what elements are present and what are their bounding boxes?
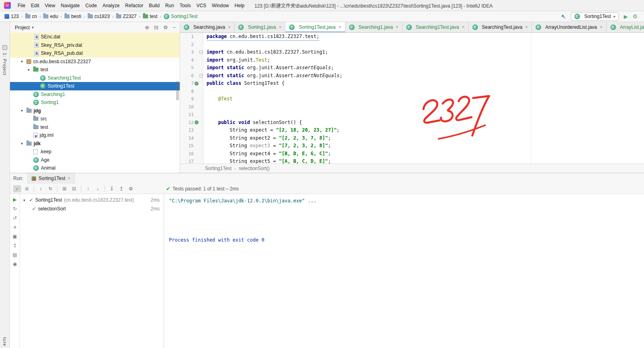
- menu-file[interactable]: File: [15, 1, 28, 10]
- show-passed-icon[interactable]: ✓: [13, 185, 21, 192]
- tree-item-jdg.iml[interactable]: jdg.iml: [10, 131, 180, 140]
- tree-item-jdk[interactable]: ▾jdk: [10, 140, 180, 148]
- tool-window-button-structure[interactable]: ture: [0, 337, 10, 346]
- test-tree-item-Sorting1Test[interactable]: ▾✓Sorting1Test(cn.edu.besti.cs1823.Z2327…: [20, 196, 164, 204]
- project-tree-scrollbar[interactable]: [176, 81, 179, 100]
- previous-failed-test-icon[interactable]: ↑: [84, 185, 92, 192]
- expand-all-icon[interactable]: ⊞: [60, 185, 68, 192]
- export-icon[interactable]: ↥: [13, 243, 17, 248]
- show-ignored-icon[interactable]: ⊘: [23, 185, 31, 192]
- locate-file-icon[interactable]: ⊕: [145, 24, 149, 30]
- breadcrumb-item-cn[interactable]: cn: [24, 13, 38, 20]
- editor-breadcrumb-item[interactable]: Sorting1Test: [205, 166, 232, 171]
- sort-alphabetically-icon[interactable]: ↕: [37, 185, 45, 192]
- tab-Searching.java[interactable]: CSearching.java×: [180, 22, 235, 32]
- test-history-icon[interactable]: ↻: [46, 185, 54, 192]
- restore-layout-icon[interactable]: ▤: [12, 252, 17, 257]
- close-tab-icon[interactable]: ×: [396, 24, 399, 30]
- gear-icon[interactable]: ⚙: [632, 13, 638, 20]
- menu-analyze[interactable]: Analyze: [100, 1, 122, 10]
- fold-collapse-icon[interactable]: −: [199, 74, 203, 78]
- close-icon[interactable]: ×: [68, 176, 70, 181]
- tree-item-test[interactable]: test: [10, 123, 180, 132]
- tree-item-Searching1Test[interactable]: CSearching1Test: [10, 74, 180, 82]
- tab-Sorting1.java[interactable]: CSorting1.java×: [235, 22, 285, 32]
- tree-item-Searching1[interactable]: CSearching1: [10, 90, 180, 99]
- menu-tools[interactable]: Tools: [177, 1, 194, 10]
- close-tab-icon[interactable]: ×: [462, 24, 465, 30]
- code-editor[interactable]: 1package cn.edu.besti.cs1823.Z2327.test;…: [180, 33, 644, 164]
- test-tree-item-selectionSort[interactable]: ✓selectionSort2ms: [20, 204, 164, 213]
- tool-window-button-project[interactable]: 1: Project: [0, 45, 10, 75]
- tree-item-Animal[interactable]: CAnimal: [10, 164, 180, 172]
- tab-Searching1.java[interactable]: CSearching1.java×: [345, 22, 403, 32]
- menu-code[interactable]: Code: [82, 1, 100, 10]
- rerun-icon[interactable]: ▶: [13, 197, 16, 202]
- tree-item-SEnc.dat[interactable]: SEnc.dat: [10, 33, 180, 41]
- tree-item-Sorting1[interactable]: CSorting1: [10, 98, 180, 107]
- tree-item-jdg[interactable]: ▾jdg: [10, 107, 180, 115]
- tree-item-.keep[interactable]: .keep: [10, 148, 180, 156]
- tab-SearchingTest.java[interactable]: CSearchingTest.java×: [469, 22, 532, 32]
- rerun-failed-tests-icon[interactable]: ↻: [13, 206, 17, 211]
- breadcrumb-item-test[interactable]: test: [142, 13, 158, 20]
- breadcrumb-item-z2327[interactable]: Z2327: [115, 13, 138, 20]
- menu-navigate[interactable]: Navigate: [58, 1, 82, 10]
- collapse-all-icon[interactable]: ⊟: [70, 185, 78, 192]
- export-test-results-icon[interactable]: ↥: [117, 185, 125, 192]
- menu-run[interactable]: Run: [163, 1, 177, 10]
- fold-collapse-icon[interactable]: −: [199, 50, 203, 54]
- chevron-expanded-icon[interactable]: ▾: [21, 59, 26, 64]
- menu-window[interactable]: Window: [209, 1, 232, 10]
- breadcrumb-item-cs1823[interactable]: cs1823: [86, 13, 111, 20]
- hide-panel-icon[interactable]: −: [173, 24, 176, 30]
- breadcrumb-item-edu[interactable]: edu: [42, 13, 59, 20]
- tree-item-test[interactable]: ▾test: [10, 66, 180, 74]
- run-tab[interactable]: Sorting1Test ×: [27, 173, 75, 184]
- run-button[interactable]: ▶: [624, 14, 628, 20]
- tab-ArrayList.java[interactable]: CArrayList.java×: [607, 22, 644, 32]
- tab-ArrayUnorderedList.java[interactable]: CArrayUnorderedList.java×: [532, 22, 606, 32]
- breadcrumb-item-sorting1test[interactable]: CSorting1Test: [163, 13, 199, 20]
- chevron-expanded-icon[interactable]: ▾: [21, 108, 26, 113]
- gear-icon[interactable]: ⚙: [163, 24, 168, 30]
- tree-item-Skey_RSA_pub.dat[interactable]: Skey_RSA_pub.dat: [10, 49, 180, 58]
- menu-help[interactable]: Help: [232, 1, 247, 10]
- menu-refactor[interactable]: Refactor: [122, 1, 146, 10]
- close-tab-icon[interactable]: ×: [279, 24, 281, 30]
- toggle-auto-test-icon[interactable]: ↺: [13, 216, 17, 220]
- tab-Sorting1Test.java[interactable]: CSorting1Test.java×: [285, 22, 345, 32]
- navigate-arrow-icon[interactable]: ↖: [561, 13, 566, 20]
- test-settings-gear-icon[interactable]: ⚙: [127, 185, 135, 192]
- menu-vcs[interactable]: VCS: [194, 1, 209, 10]
- close-tab-icon[interactable]: ×: [600, 24, 603, 30]
- menu-edit[interactable]: Edit: [28, 1, 42, 10]
- chevron-down-icon[interactable]: ▾: [32, 25, 34, 30]
- chevron-expanded-icon[interactable]: ▾: [23, 198, 27, 202]
- chevron-expanded-icon[interactable]: ▾: [21, 141, 26, 146]
- chevron-expanded-icon[interactable]: ▾: [28, 68, 33, 72]
- close-tab-icon[interactable]: ×: [339, 24, 341, 30]
- tab-Searching1Test.java[interactable]: CSearching1Test.java×: [403, 22, 469, 32]
- close-tab-icon[interactable]: ×: [525, 24, 528, 30]
- test-passed-gutter-icon[interactable]: ✓: [195, 120, 199, 124]
- test-passed-gutter-icon[interactable]: ✓: [195, 82, 199, 86]
- run-configuration-select[interactable]: C Sorting1Test ▾: [571, 12, 619, 21]
- import-test-results-icon[interactable]: ↧: [108, 185, 116, 192]
- collapse-all-icon[interactable]: ⊟: [154, 24, 158, 30]
- editor-breadcrumb-item[interactable]: selectionSort(): [239, 166, 269, 171]
- menu-build[interactable]: Build: [146, 1, 163, 10]
- test-runner-options-icon[interactable]: ▣: [12, 234, 17, 239]
- tree-item-Sorting1Test[interactable]: CSorting1Test: [10, 82, 180, 90]
- pin-tab-icon[interactable]: ◉: [13, 262, 17, 266]
- breadcrumb-item-besti[interactable]: besti: [63, 13, 82, 20]
- tree-item-Age[interactable]: CAge: [10, 156, 180, 164]
- breadcrumb-item-123[interactable]: 123: [3, 13, 20, 20]
- run-console[interactable]: "C:\Program Files\Java\jdk-12.0.2\bin\ja…: [164, 194, 644, 348]
- tree-item-src[interactable]: src: [10, 115, 180, 123]
- next-failed-test-icon[interactable]: ↓: [94, 185, 102, 192]
- tree-item-cn.edu.besti.cs1823.Z2327[interactable]: ▾cn.edu.besti.cs1823.Z2327: [10, 58, 180, 66]
- tree-item-Skey_RSA_priv.dat[interactable]: Skey_RSA_priv.dat: [10, 41, 180, 50]
- menu-view[interactable]: View: [42, 1, 58, 10]
- stop-icon[interactable]: ■: [13, 225, 16, 230]
